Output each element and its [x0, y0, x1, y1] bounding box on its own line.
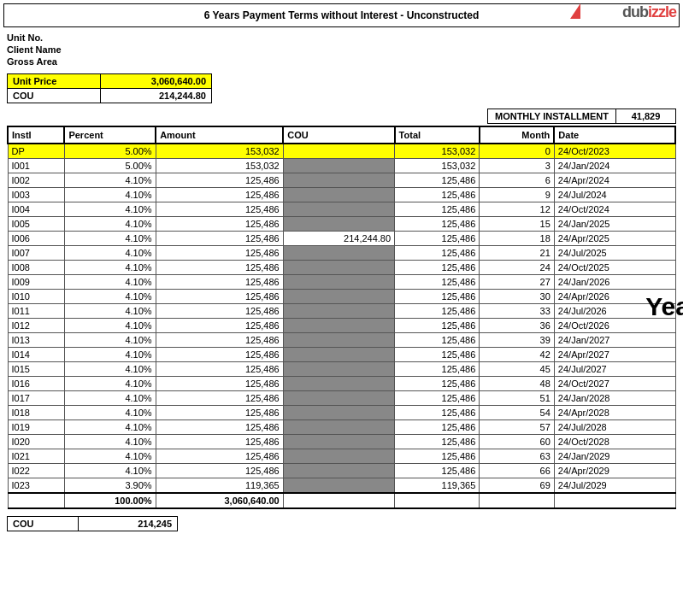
info-section: Unit No. Client Name Gross Area	[0, 27, 683, 70]
total-empty-month	[480, 493, 554, 508]
cell-month: 51	[480, 391, 554, 406]
bottom-cou-row: COU 214,245	[8, 517, 178, 531]
cell-total: 125,486	[395, 362, 480, 377]
table-row: I003 4.10% 125,486 125,486 9 24/Jul/2024	[8, 188, 675, 202]
cell-month: 63	[480, 449, 554, 464]
cell-month: 15	[480, 217, 554, 232]
cell-total: 125,486	[395, 348, 480, 362]
cell-instl: I016	[8, 377, 64, 391]
cell-percent: 4.10%	[64, 232, 156, 246]
unit-price-label: Unit Price	[8, 74, 101, 89]
cell-total: 125,486	[395, 304, 480, 319]
cou-row: COU 214,244.80	[8, 89, 212, 103]
cell-total: 153,032	[395, 144, 480, 159]
cell-cou	[283, 144, 394, 159]
cell-percent: 5.00%	[64, 159, 156, 173]
cell-date: 24/Jan/2024	[554, 159, 675, 173]
cell-total: 125,486	[395, 406, 480, 420]
cell-amount: 125,486	[156, 246, 283, 261]
cell-instl: I002	[8, 173, 64, 188]
cell-month: 21	[480, 246, 554, 261]
cell-cou	[283, 362, 394, 377]
table-total-row: 100.00% 3,060,640.00	[8, 493, 675, 508]
cell-month: 57	[480, 420, 554, 435]
cell-date: 24/Oct/2025	[554, 261, 675, 275]
cell-date: 24/Jan/2028	[554, 391, 675, 406]
table-row: I020 4.10% 125,486 125,486 60 24/Oct/202…	[8, 435, 675, 449]
cell-amount: 125,486	[156, 362, 283, 377]
cell-cou	[283, 202, 394, 217]
table-header-row: Instl Percent Amount COU Total Month Dat…	[8, 126, 675, 144]
cell-percent: 4.10%	[64, 406, 156, 420]
bottom-cou-table: COU 214,245	[7, 516, 178, 531]
unit-price-value: 3,060,640.00	[100, 74, 211, 89]
unit-price-table: Unit Price 3,060,640.00 COU 214,244.80	[7, 73, 212, 103]
cell-instl: I017	[8, 391, 64, 406]
cell-total: 125,486	[395, 246, 480, 261]
cell-percent: 4.10%	[64, 290, 156, 304]
col-percent: Percent	[64, 126, 156, 144]
cell-cou	[283, 377, 394, 391]
table-row: I008 4.10% 125,486 125,486 24 24/Oct/202…	[8, 261, 675, 275]
table-row: I005 4.10% 125,486 125,486 15 24/Jan/202…	[8, 217, 675, 232]
cell-percent: 4.10%	[64, 348, 156, 362]
cell-cou	[283, 304, 394, 319]
cell-instl: I006	[8, 232, 64, 246]
cell-month: 48	[480, 377, 554, 391]
table-row: DP 5.00% 153,032 153,032 0 24/Oct/2023	[8, 144, 675, 159]
red-arrow-decoration	[570, 3, 580, 19]
cell-instl: I007	[8, 246, 64, 261]
cell-month: 9	[480, 188, 554, 202]
cell-date: 24/Jul/2024	[554, 188, 675, 202]
table-row: I023 3.90% 119,365 119,365 69 24/Jul/202…	[8, 478, 675, 494]
cell-total: 125,486	[395, 464, 480, 478]
cou-value: 214,244.80	[100, 89, 211, 103]
cell-cou	[283, 275, 394, 290]
cell-amount: 125,486	[156, 420, 283, 435]
cell-date: 24/Jan/2025	[554, 217, 675, 232]
cell-percent: 4.10%	[64, 377, 156, 391]
cell-cou	[283, 188, 394, 202]
table-row: I013 4.10% 125,486 125,486 39 24/Jan/202…	[8, 333, 675, 348]
cell-amount: 125,486	[156, 319, 283, 333]
cell-instl: I010	[8, 290, 64, 304]
cou-label: COU	[8, 89, 101, 103]
bottom-cou-value: 214,245	[78, 517, 177, 531]
table-row: I016 4.10% 125,486 125,486 48 24/Oct/202…	[8, 377, 675, 391]
cell-cou	[283, 319, 394, 333]
cell-date: 24/Oct/2023	[554, 144, 675, 159]
cell-month: 0	[480, 144, 554, 159]
table-row: I012 4.10% 125,486 125,486 36 24/Oct/202…	[8, 319, 675, 333]
cell-cou	[283, 333, 394, 348]
cell-date: 24/Jul/2029	[554, 478, 675, 494]
cell-amount: 125,486	[156, 261, 283, 275]
cell-amount: 125,486	[156, 217, 283, 232]
cell-cou	[283, 464, 394, 478]
cell-date: 24/Jan/2029	[554, 449, 675, 464]
cell-total: 125,486	[395, 232, 480, 246]
cell-instl: I001	[8, 159, 64, 173]
total-empty-total	[395, 493, 480, 508]
table-row: I011 4.10% 125,486 125,486 33 24/Jul/202…	[8, 304, 675, 319]
cell-cou	[283, 478, 394, 494]
cell-amount: 153,032	[156, 159, 283, 173]
table-row: I002 4.10% 125,486 125,486 6 24/Apr/2024	[8, 173, 675, 188]
cell-amount: 125,486	[156, 304, 283, 319]
cell-date: 24/Jul/2028	[554, 420, 675, 435]
cell-instl: I019	[8, 420, 64, 435]
cell-cou	[283, 261, 394, 275]
cell-amount: 153,032	[156, 144, 283, 159]
cell-percent: 4.10%	[64, 435, 156, 449]
monthly-installment-value: 41,829	[616, 109, 676, 124]
cell-month: 42	[480, 348, 554, 362]
cell-cou	[283, 348, 394, 362]
cell-instl: DP	[8, 144, 64, 159]
cell-cou	[283, 449, 394, 464]
cell-cou: 214,244.80	[283, 232, 394, 246]
cell-month: 30	[480, 290, 554, 304]
cell-amount: 125,486	[156, 435, 283, 449]
monthly-installment-label: MONTHLY INSTALLMENT	[487, 109, 616, 124]
cell-percent: 4.10%	[64, 464, 156, 478]
cell-instl: I009	[8, 275, 64, 290]
cell-instl: I008	[8, 261, 64, 275]
